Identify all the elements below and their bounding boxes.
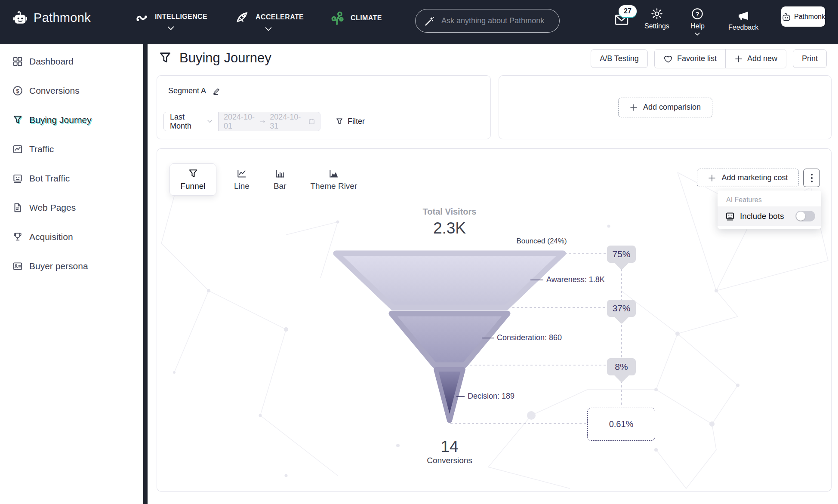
chevron-down-icon[interactable] [167, 26, 175, 31]
help-label: Help [690, 22, 705, 30]
funnel-icon [158, 51, 173, 65]
edit-pencil-icon[interactable] [212, 86, 221, 95]
include-bots-menu-item[interactable]: Include bots [718, 206, 821, 226]
main-content: Buying Journey A/B Testing Favorite list… [148, 44, 838, 504]
sidebar-nav: Dashboard $ Conversions Buying Journey T… [0, 44, 143, 504]
add-comparison-button[interactable]: Add comparision [618, 98, 712, 117]
funnel-icon [12, 114, 23, 126]
bar-chart-icon [274, 168, 286, 179]
magic-wand-icon [424, 15, 435, 27]
awareness-percent-badge: 75% [607, 246, 636, 263]
date-range-input[interactable]: 2024-10-01 2024-10-31 [219, 112, 320, 131]
kebab-menu-icon [810, 173, 813, 183]
dashboard-grid-icon [12, 56, 23, 67]
sidebar-label: Dashboard [29, 56, 74, 67]
sidebar-item-traffic[interactable]: Traffic [0, 135, 143, 164]
include-bots-label: Include bots [740, 212, 791, 221]
sidebar-item-bot-traffic[interactable]: Bot Traffic [0, 164, 143, 193]
search-input[interactable] [441, 16, 545, 25]
nav-label-intelligence: INTELLIGENCE [155, 13, 207, 21]
chevron-down-icon [694, 32, 700, 36]
ask-anything-search[interactable] [415, 9, 560, 33]
chevron-down-icon[interactable] [265, 27, 272, 32]
sidebar-item-buyer-persona[interactable]: Buyer persona [0, 252, 143, 281]
feedback-button[interactable]: Feedback [728, 9, 758, 31]
nav-item-climate[interactable]: CLIMATE [329, 10, 382, 26]
sidebar-item-dashboard[interactable]: Dashboard [0, 47, 143, 76]
bot-face-icon [725, 211, 735, 221]
megaphone-icon [736, 9, 750, 22]
plus-icon [708, 174, 716, 182]
help-icon: ? [691, 7, 704, 20]
tab-theme-river-label: Theme River [311, 181, 357, 191]
add-marketing-cost-button[interactable]: Add marketing cost [697, 169, 799, 187]
sidebar-label: Bot Traffic [29, 173, 70, 184]
svg-text:$: $ [16, 88, 19, 94]
funnel-chart-card: Funnel Line Bar Theme River Add mar [157, 148, 832, 492]
document-icon [12, 202, 23, 213]
page-header: Buying Journey [158, 50, 271, 66]
add-new-button[interactable]: Add new [725, 49, 786, 68]
add-marketing-cost-label: Add marketing cost [721, 173, 788, 182]
account-button[interactable]: Pathmonk [781, 6, 825, 27]
tab-theme-river[interactable]: Theme River [304, 163, 364, 196]
sidebar-label: Traffic [29, 144, 54, 154]
header-actions: A/B Testing Favorite list Add new Print [591, 49, 827, 68]
date-end-value: 2024-10-31 [270, 113, 302, 131]
tab-funnel[interactable]: Funnel [169, 163, 216, 196]
nav-item-intelligence[interactable]: INTELLIGENCE [134, 10, 207, 31]
funnel-icon [335, 117, 344, 126]
tab-line-label: Line [234, 181, 250, 191]
settings-button[interactable]: Settings [644, 7, 669, 30]
consideration-stage-label: Consideration: 860 [497, 333, 562, 342]
sidebar-item-acquisition[interactable]: Acquisition [0, 222, 143, 252]
funnel-icon [188, 168, 199, 179]
account-label: Pathmonk [794, 13, 825, 21]
ai-features-dropdown: AI Features Include bots [718, 191, 821, 229]
sidebar-label: Buying Journey [29, 115, 92, 125]
chart-options-menu-button[interactable] [803, 169, 820, 187]
nav-item-accelerate[interactable]: ACCELERATE [233, 10, 304, 32]
period-select[interactable]: Last Month [163, 112, 219, 131]
intelligence-route-icon [134, 10, 150, 23]
climate-seedling-icon [329, 10, 345, 26]
plus-icon [629, 103, 638, 112]
dollar-circle-icon: $ [12, 85, 23, 96]
traffic-chart-icon [12, 144, 23, 155]
comparison-card: Add comparision [499, 75, 832, 139]
total-visitors-value: 2.3K [407, 219, 493, 237]
favorite-list-button[interactable]: Favorite list [655, 49, 725, 68]
gear-icon [650, 7, 663, 20]
notifications-button[interactable]: 27 [612, 5, 639, 35]
ab-testing-button[interactable]: A/B Testing [591, 49, 648, 68]
sidebar-label: Buyer persona [29, 261, 88, 271]
brand[interactable]: Pathmonk [12, 10, 91, 25]
ab-testing-label: A/B Testing [600, 54, 639, 63]
theme-river-icon [328, 168, 339, 179]
pathmonk-robot-icon [781, 12, 792, 22]
consideration-percent-badge: 37% [607, 300, 636, 317]
awareness-stage-label: Awareness: 1.8K [546, 275, 605, 284]
sidebar-item-web-pages[interactable]: Web Pages [0, 193, 143, 222]
filter-button[interactable]: Filter [335, 117, 365, 126]
funnel-stage-decision[interactable] [436, 369, 463, 421]
toggle-knob [796, 212, 805, 221]
conversion-rate-box[interactable]: 0.61% [587, 408, 655, 441]
id-card-icon [12, 261, 23, 272]
sidebar-item-conversions[interactable]: $ Conversions [0, 76, 143, 105]
tab-bar[interactable]: Bar [267, 163, 293, 196]
period-select-value: Last Month [170, 113, 207, 131]
decision-stage-label: Decision: 189 [468, 392, 515, 401]
help-button[interactable]: ? Help [690, 7, 705, 36]
include-bots-toggle[interactable] [795, 211, 815, 221]
tab-line[interactable]: Line [228, 163, 256, 196]
page-title: Buying Journey [179, 50, 271, 66]
chevron-down-icon [207, 120, 213, 123]
notification-count-badge: 27 [619, 5, 637, 17]
sidebar-item-buying-journey[interactable]: Buying Journey [0, 105, 143, 135]
funnel-stage-consideration[interactable] [391, 313, 508, 365]
favorite-list-label: Favorite list [677, 54, 717, 63]
print-button[interactable]: Print [793, 49, 827, 68]
add-new-label: Add new [747, 54, 777, 63]
funnel-stage-awareness[interactable] [336, 253, 563, 307]
